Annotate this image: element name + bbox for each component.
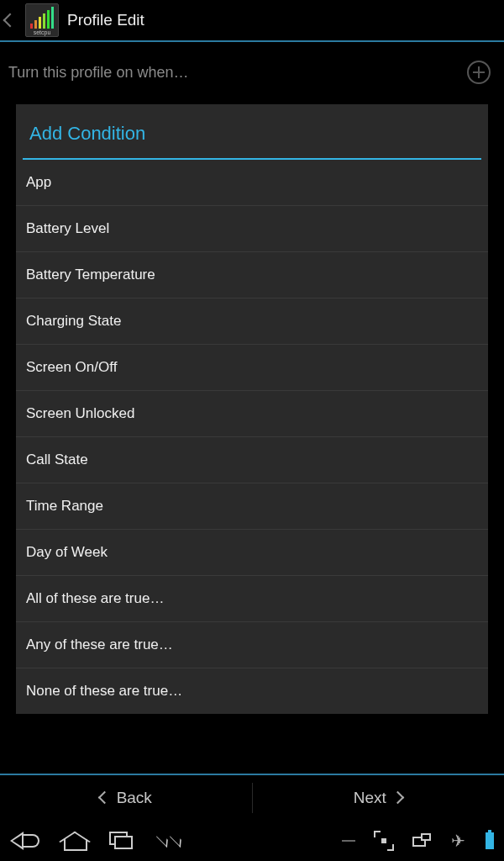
condition-option[interactable]: Battery Level — [16, 206, 488, 252]
add-condition-dialog: Add Condition AppBattery LevelBattery Te… — [16, 104, 488, 714]
chevron-left-icon — [100, 793, 110, 803]
app-icon-bar — [39, 17, 41, 29]
footer-bar: Back Next — [0, 774, 504, 821]
add-condition-icon[interactable] — [467, 61, 491, 84]
condition-option[interactable]: Screen Unlocked — [16, 391, 488, 437]
nav-home-icon[interactable] — [62, 831, 89, 851]
app-icon-bar — [30, 24, 33, 29]
condition-option[interactable]: Any of these are true… — [16, 622, 488, 668]
page-title: Profile Edit — [67, 11, 144, 29]
up-caret-icon[interactable] — [3, 13, 12, 27]
app-icon-bar — [51, 7, 54, 29]
app-icon-bar — [47, 10, 50, 29]
status-focus-icon — [375, 832, 392, 849]
nav-back-icon[interactable] — [10, 831, 42, 851]
app-icon-label: setcpu — [34, 29, 51, 35]
condition-subheader: Turn this profile on when… — [0, 42, 504, 92]
status-airplane-icon: ✈ — [451, 831, 465, 851]
condition-option[interactable]: App — [16, 160, 488, 206]
app-icon-bars — [30, 7, 54, 29]
status-battery-icon — [486, 832, 494, 849]
chevron-right-icon — [393, 793, 403, 803]
condition-option[interactable]: Day of Week — [16, 530, 488, 576]
condition-option[interactable]: All of these are true… — [16, 576, 488, 622]
app-icon-bar — [34, 20, 37, 29]
condition-option[interactable]: Call State — [16, 437, 488, 483]
condition-option[interactable]: None of these are true… — [16, 668, 488, 714]
next-button[interactable]: Next — [253, 775, 505, 821]
nav-expand-icon[interactable] — [155, 832, 185, 849]
dialog-title: Add Condition — [16, 104, 488, 158]
action-bar: setcpu Profile Edit — [0, 0, 504, 40]
back-button-label: Back — [117, 789, 152, 807]
condition-list: AppBattery LevelBattery TemperatureCharg… — [16, 160, 488, 714]
system-navbar: ✈ — [0, 821, 504, 861]
condition-prompt: Turn this profile on when… — [8, 64, 188, 82]
nav-recent-icon[interactable] — [109, 832, 134, 850]
condition-option[interactable]: Battery Temperature — [16, 252, 488, 298]
back-button[interactable]: Back — [0, 775, 252, 821]
condition-option[interactable]: Screen On/Off — [16, 345, 488, 391]
condition-option[interactable]: Charging State — [16, 298, 488, 345]
next-button-label: Next — [354, 789, 386, 807]
app-icon-bar — [43, 13, 45, 29]
app-icon[interactable]: setcpu — [25, 3, 59, 37]
condition-option[interactable]: Time Range — [16, 483, 488, 530]
status-minimize-icon — [342, 840, 355, 842]
status-cast-icon — [412, 833, 431, 848]
